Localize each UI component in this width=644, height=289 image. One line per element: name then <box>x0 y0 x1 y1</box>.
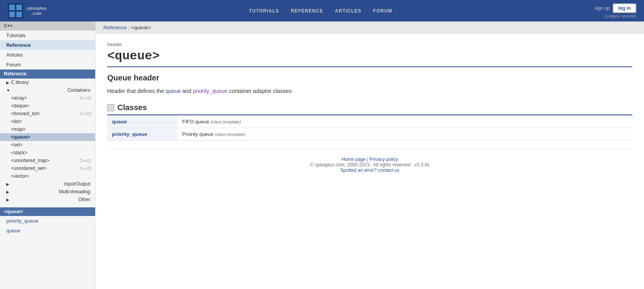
logo-icon <box>8 3 23 19</box>
svg-rect-3 <box>9 12 15 17</box>
nav-reference[interactable]: REFERENCE <box>291 8 323 14</box>
priority-queue-class-link[interactable]: priority_queue <box>112 131 147 137</box>
io-arrow: ▶ <box>6 182 9 186</box>
array-label: <array> <box>11 95 27 101</box>
table-cell-pq-desc: Priority queue (class template) <box>177 128 632 141</box>
cpp-section-header: C++ <box>0 21 95 30</box>
pq-class-desc: Priority queue <box>182 131 213 137</box>
breadcrumb: Reference : <queue> <box>96 21 644 34</box>
forward-list-c11: C++11 <box>80 112 91 116</box>
unordered-map-c11: C++11 <box>80 159 91 163</box>
bottom-priority-queue[interactable]: priority_queue <box>0 216 95 226</box>
sidebar-item-tutorials[interactable]: Tutorials <box>0 30 95 40</box>
table-cell-pq-name: priority_queue <box>107 128 177 141</box>
description-text: Header that defines the queue and priori… <box>107 87 632 95</box>
containers-label: Containers: <box>67 87 91 93</box>
bottom-sidebar-header: <queue> <box>0 207 95 216</box>
sidebar-queue[interactable]: <queue> <box>0 133 95 141</box>
footer-home-link[interactable]: Home page <box>341 157 365 162</box>
page-layout: C++ Tutorials Reference Articles Forum R… <box>0 21 644 289</box>
logo-text: cplusplus .com <box>27 6 46 15</box>
nav-links: TUTORIALS REFERENCE ARTICLES FORUM <box>249 8 392 14</box>
other-arrow: ▶ <box>6 198 9 202</box>
classes-icon <box>107 104 114 111</box>
desc-start: Header that defines the <box>107 88 165 94</box>
content-area: header <queue> Queue header Header that … <box>96 34 644 189</box>
table-cell-queue-name: queue <box>107 116 177 128</box>
table-row: queue FIFO queue (class template) <box>107 116 632 128</box>
footer-error-link[interactable]: Spotted an error? contact us <box>340 168 399 173</box>
map-label: <map> <box>11 127 25 132</box>
queue-class-link[interactable]: queue <box>112 119 127 125</box>
footer-copyright: © cplusplus.com, 2000-2023 · All rights … <box>310 162 429 168</box>
sidebar-item-forum[interactable]: Forum <box>0 60 95 70</box>
sidebar-forward-list[interactable]: <forward_list> C++11 <box>0 110 95 118</box>
sidebar-containers[interactable]: ▼ Containers: <box>0 86 95 94</box>
sidebar-set[interactable]: <set> <box>0 141 95 149</box>
list-label: <list> <box>11 119 22 124</box>
table-row: priority_queue Priority queue (class tem… <box>107 128 632 141</box>
reference-section-header: Reference <box>0 70 95 78</box>
sidebar-stack[interactable]: <stack> <box>0 149 95 157</box>
nav-tutorials[interactable]: TUTORIALS <box>249 8 279 14</box>
login-button[interactable]: log in <box>613 4 636 13</box>
sidebar-deque[interactable]: <deque> <box>0 102 95 110</box>
threading-arrow: ▶ <box>6 190 9 194</box>
breadcrumb-separator: : <box>128 25 131 30</box>
legacy-link[interactable]: [Legacy version] <box>605 14 636 18</box>
array-c11: C++11 <box>80 96 91 100</box>
nav-articles[interactable]: ARTICLES <box>335 8 362 14</box>
vector-label: <vector> <box>11 173 29 179</box>
sidebar-unordered-map[interactable]: <unordered_map> C++11 <box>0 157 95 164</box>
section-title: Queue header <box>107 73 632 82</box>
sign-up-link[interactable]: sign up <box>594 5 610 11</box>
top-navigation: cplusplus .com TUTORIALS REFERENCE ARTIC… <box>0 0 644 21</box>
svg-rect-4 <box>16 12 22 17</box>
unordered-set-label: <unordered_set> <box>11 166 46 171</box>
set-label: <set> <box>11 142 23 148</box>
sidebar-other[interactable]: ▶ Other: <box>0 196 95 203</box>
classes-section-title: Classes <box>107 103 632 115</box>
main-content: Reference : <queue> header <queue> Queue… <box>96 21 644 289</box>
desc-middle: and <box>182 88 193 94</box>
queue-class-badge: (class template) <box>211 120 241 124</box>
bottom-queue[interactable]: queue <box>0 226 95 235</box>
other-label: Other: <box>78 197 91 202</box>
nav-forum[interactable]: FORUM <box>373 8 392 14</box>
header-label: header <box>107 42 632 47</box>
classes-title-text: Classes <box>117 103 147 112</box>
sidebar-map[interactable]: <map> <box>0 125 95 133</box>
sidebar-clibrary[interactable]: ▶ C library: <box>0 78 95 86</box>
threading-label: Multi-threading: <box>59 189 91 194</box>
sidebar-threading[interactable]: ▶ Multi-threading: <box>0 188 95 196</box>
logo[interactable]: cplusplus .com <box>8 3 46 19</box>
sidebar-array[interactable]: <array> C++11 <box>0 94 95 102</box>
stack-label: <stack> <box>11 150 27 155</box>
sidebar-unordered-set[interactable]: <unordered_set> C++11 <box>0 164 95 172</box>
sidebar: C++ Tutorials Reference Articles Forum R… <box>0 21 96 289</box>
io-label: Input/Output: <box>64 181 91 187</box>
page-title: <queue> <box>107 49 632 67</box>
queue-label: <queue> <box>11 134 30 140</box>
sidebar-vector[interactable]: <vector> <box>0 172 95 180</box>
svg-rect-1 <box>9 5 15 10</box>
sidebar-item-reference[interactable]: Reference <box>0 40 95 50</box>
unordered-set-c11: C++11 <box>80 166 91 171</box>
clibrary-arrow: ▶ <box>6 80 9 85</box>
priority-queue-link[interactable]: priority_queue <box>193 88 228 94</box>
sidebar-list[interactable]: <list> <box>0 118 95 125</box>
queue-class-desc: FIFO queue <box>182 119 209 125</box>
pq-class-badge: (class template) <box>215 132 245 137</box>
desc-end: container adaptor classes: <box>229 88 293 94</box>
sidebar-item-articles[interactable]: Articles <box>0 50 95 60</box>
unordered-map-label: <unordered_map> <box>11 158 50 163</box>
classes-table: queue FIFO queue (class template) priori… <box>107 115 632 141</box>
breadcrumb-current: <queue> <box>131 25 151 30</box>
clibrary-label: C library: <box>11 80 30 85</box>
breadcrumb-reference-link[interactable]: Reference <box>103 25 127 30</box>
sidebar-io[interactable]: ▶ Input/Output: <box>0 180 95 188</box>
table-cell-queue-desc: FIFO queue (class template) <box>177 116 632 128</box>
page-footer: Home page | Privacy policy © cplusplus.c… <box>107 148 632 181</box>
queue-link[interactable]: queue <box>165 88 181 94</box>
footer-privacy-link[interactable]: Privacy policy <box>369 157 398 162</box>
